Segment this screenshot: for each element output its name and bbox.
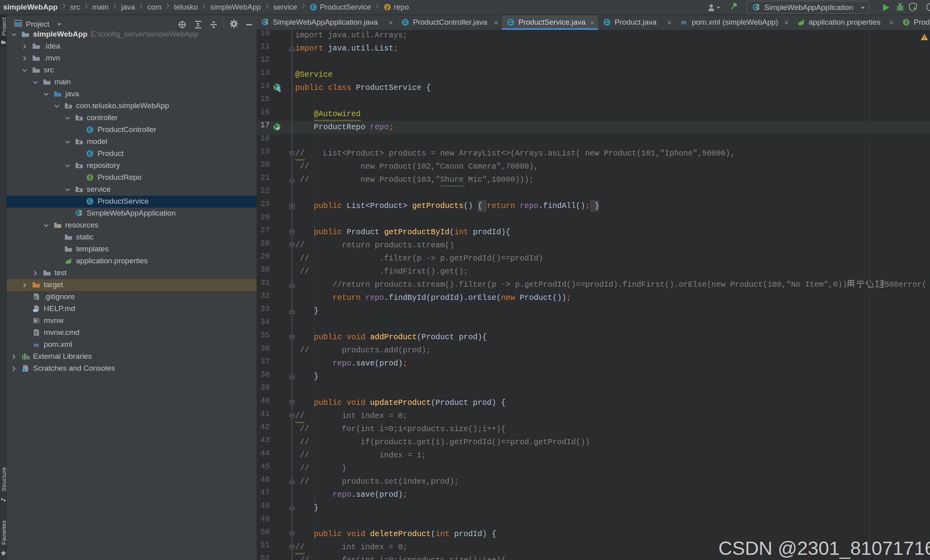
- svg-text:MD: MD: [33, 309, 38, 312]
- svg-text:C: C: [605, 19, 609, 25]
- svg-text:C: C: [88, 151, 91, 156]
- svg-text:m: m: [681, 19, 686, 25]
- svg-text:C: C: [88, 198, 91, 204]
- svg-text:I: I: [89, 175, 90, 180]
- svg-text:C: C: [403, 19, 407, 25]
- svg-text:m: m: [33, 341, 39, 348]
- svg-text:C: C: [88, 127, 91, 132]
- svg-text:C: C: [311, 4, 315, 10]
- svg-text:C: C: [509, 19, 512, 25]
- svg-text:I: I: [905, 19, 907, 25]
